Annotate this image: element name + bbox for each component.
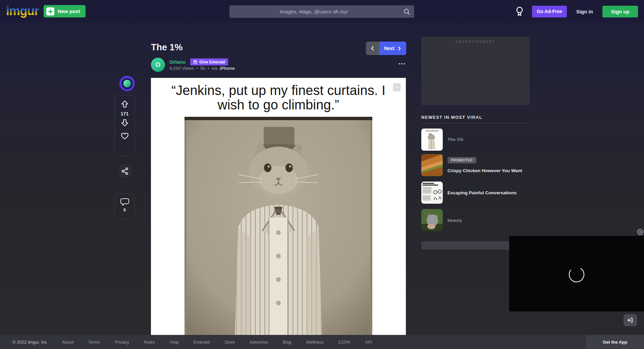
via-device: iPhone	[220, 66, 235, 71]
footer-link-emerald[interactable]: Emerald	[194, 340, 210, 345]
footer-link-advertise[interactable]: Advertise	[250, 340, 268, 345]
post-options-button[interactable]	[397, 61, 406, 66]
downvote-icon	[120, 118, 129, 127]
footer-link-help[interactable]: Help	[170, 340, 179, 345]
share-button[interactable]	[119, 165, 131, 177]
viral-item-label: Escaping Painful Conversations	[447, 190, 517, 195]
advertisement-label: ADVERTISEMENT	[421, 37, 530, 44]
promoted-badge: PROMOTED	[447, 157, 476, 163]
heart-icon	[120, 132, 129, 140]
divider	[421, 123, 530, 123]
upvote-icon	[120, 100, 129, 108]
footer-link-store[interactable]: Store	[224, 340, 235, 345]
meta-separator: •	[208, 66, 209, 71]
post-image[interactable]	[184, 117, 372, 340]
imgur-page: imgur New post Go Ad-Free Sign in Sign u…	[0, 0, 644, 349]
exit-arrow-icon	[627, 317, 634, 323]
meta-separator: •	[196, 66, 198, 71]
advertisement-box: ADVERTISEMENT	[421, 37, 530, 105]
give-emerald-button[interactable]: Give Emerald	[190, 58, 228, 65]
get-the-app-button[interactable]: Get the App	[586, 335, 644, 349]
comments-count: 5	[123, 207, 126, 212]
footer-link-ccpa[interactable]: CCPA	[338, 340, 350, 345]
viral-item-label: Crispy Chicken However You Want	[447, 168, 522, 173]
author-line: Orlanu Give Emerald	[169, 58, 228, 65]
sign-up-button[interactable]: Sign up	[602, 6, 638, 17]
author-name[interactable]: Orlanu	[169, 59, 185, 65]
image-caption: “Jenkins, put up my finest curtains. I w…	[151, 78, 406, 112]
search-icon[interactable]	[403, 8, 411, 16]
post-title: The 1%	[151, 42, 183, 53]
gift-icon	[193, 60, 197, 64]
thumbnail-chicken	[421, 154, 443, 176]
footer-link-privacy[interactable]: Privacy	[115, 340, 129, 345]
post-pager: Next	[366, 42, 406, 55]
thumbnail-cat	[421, 129, 443, 151]
viral-item-beauty[interactable]: beauty	[421, 209, 530, 231]
give-emerald-label: Give Emerald	[199, 60, 225, 64]
top-navbar: imgur New post Go Ad-Free Sign in Sign u…	[0, 0, 644, 23]
emerald-icon[interactable]	[119, 76, 135, 91]
loading-spinner-icon	[568, 266, 585, 283]
footer-link-blog[interactable]: Blog	[283, 340, 291, 345]
new-post-button[interactable]: New post	[44, 5, 86, 17]
footer-link-rules[interactable]: Rules	[144, 340, 155, 345]
search-input[interactable]	[229, 9, 403, 14]
dot	[404, 63, 405, 64]
share-icon	[121, 167, 129, 175]
next-button[interactable]: Next	[379, 42, 406, 55]
next-label: Next	[384, 46, 394, 51]
chevron-right-icon	[397, 46, 401, 51]
comment-icon	[120, 198, 129, 207]
new-post-label: New post	[58, 8, 80, 14]
footer-link-api[interactable]: API	[365, 340, 372, 345]
views-count: 9,250 Views	[169, 66, 194, 71]
dot	[399, 63, 400, 64]
thumbnail-comic	[421, 182, 443, 204]
image-expand-button[interactable]	[393, 83, 400, 91]
footer-link-terms[interactable]: Terms	[88, 340, 100, 345]
viral-item-escaping-conversations[interactable]: Escaping Painful Conversations	[421, 182, 530, 204]
go-ad-free-button[interactable]: Go Ad-Free	[532, 6, 567, 17]
points-count: 171	[121, 111, 128, 116]
footer: © 2022 Imgur, Inc About Terms Privacy Ru…	[0, 335, 644, 349]
author-row: O Orlanu Give Emerald 9,250 Views • 5h •…	[151, 58, 406, 72]
viral-item-label: beauty	[447, 218, 462, 223]
downvote-button[interactable]	[120, 118, 129, 127]
footer-link-wellness[interactable]: Wellness	[306, 340, 324, 345]
video-player[interactable]	[509, 236, 644, 311]
trophy-icon[interactable]	[515, 6, 525, 17]
viral-item-crispy-chicken[interactable]: PROMOTED Crispy Chicken However You Want	[421, 154, 530, 176]
post-card: “Jenkins, put up my finest curtains. I w…	[151, 78, 406, 349]
most-viral-header: NEWEST IN MOST VIRAL	[421, 115, 482, 120]
vote-panel: 171	[114, 95, 135, 156]
comments-button[interactable]: 5	[114, 193, 135, 219]
copyright-text: © 2022 Imgur, Inc	[12, 340, 47, 345]
video-dismiss-button[interactable]	[624, 314, 637, 326]
cat-in-suit-photo	[184, 117, 372, 338]
dot	[398, 87, 399, 88]
prev-button[interactable]	[366, 42, 379, 55]
avatar[interactable]: O	[151, 58, 165, 72]
upvote-button[interactable]	[120, 100, 129, 108]
imgur-logo[interactable]: imgur	[6, 4, 39, 18]
post-meta: 9,250 Views • 5h • via iPhone	[169, 66, 235, 71]
dot	[401, 63, 402, 64]
search-bar	[229, 5, 414, 18]
favorite-button[interactable]	[120, 132, 129, 140]
via-label: via	[212, 66, 217, 71]
thumbnail-kitten	[421, 209, 443, 231]
chevron-left-icon	[370, 46, 375, 51]
sign-in-link[interactable]: Sign in	[576, 9, 593, 14]
viral-item-the-1-percent[interactable]: The 1%	[421, 129, 530, 151]
viral-item-label: The 1%	[447, 137, 463, 142]
plus-icon	[46, 7, 54, 15]
navbar-right: Go Ad-Free Sign in Sign up	[515, 0, 644, 23]
footer-link-about[interactable]: About	[62, 340, 73, 345]
dot	[395, 87, 396, 88]
time-ago: 5h	[200, 66, 205, 71]
video-close-icon[interactable]	[637, 229, 644, 235]
dot	[396, 87, 397, 88]
